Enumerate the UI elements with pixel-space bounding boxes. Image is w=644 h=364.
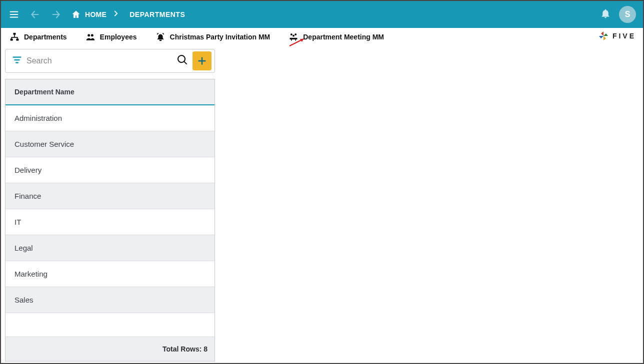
list-row[interactable]: Customer Service [6, 131, 214, 157]
home-icon [71, 9, 81, 19]
user-avatar[interactable]: S [619, 6, 636, 23]
list-row-label: Customer Service [14, 140, 74, 148]
breadcrumb-current: DEPARTMENTS [130, 10, 185, 18]
list-row[interactable]: IT [6, 209, 214, 235]
pinwheel-icon [598, 30, 610, 42]
brand-label: FIVE [612, 32, 636, 40]
list-row-label: Marketing [14, 270, 48, 278]
list-row[interactable]: Sales [6, 287, 214, 313]
list-header-label: Department Name [14, 88, 74, 96]
svg-point-8 [88, 34, 90, 36]
svg-rect-7 [16, 38, 18, 40]
list-row-label: Sales [14, 296, 34, 304]
svg-point-10 [290, 33, 292, 35]
list-row-label: Finance [14, 192, 41, 200]
list-rows: Administration Customer Service Delivery… [6, 105, 214, 313]
svg-point-12 [292, 34, 294, 36]
tab-employees[interactable]: Employees [83, 29, 139, 45]
search-input[interactable] [26, 56, 172, 65]
chevron-right-icon [112, 9, 120, 20]
list-footer: Total Rows: 8 [6, 337, 214, 361]
list-row[interactable]: Delivery [6, 157, 214, 183]
hamburger-menu-button[interactable] [5, 5, 23, 23]
list-panel: Department Name Administration Customer … [5, 49, 215, 362]
sitemap-icon [9, 32, 20, 42]
list-row-label: IT [14, 218, 21, 226]
svg-rect-14 [291, 39, 292, 41]
brand-logo: FIVE [598, 30, 636, 42]
tab-label: Department Meeting MM [303, 33, 384, 41]
plus-icon [196, 55, 208, 66]
list-row[interactable]: Legal [6, 235, 214, 261]
list-header[interactable]: Department Name [6, 79, 214, 105]
list-row[interactable]: Marketing [6, 261, 214, 287]
bell-ring-icon [155, 32, 166, 42]
add-button[interactable] [192, 51, 212, 70]
svg-point-11 [294, 33, 296, 35]
list-row[interactable]: Administration [6, 105, 214, 131]
svg-point-9 [90, 34, 93, 36]
breadcrumb-home[interactable]: HOME [71, 9, 106, 19]
breadcrumb: HOME DEPARTMENTS [71, 9, 185, 20]
nav-forward-button[interactable] [47, 5, 65, 23]
svg-rect-13 [290, 37, 298, 39]
department-list: Department Name Administration Customer … [5, 79, 215, 362]
list-row-label: Delivery [14, 166, 42, 174]
bell-icon [600, 8, 611, 19]
svg-rect-15 [296, 39, 296, 41]
breadcrumb-home-label: HOME [85, 10, 106, 18]
notifications-button[interactable] [600, 8, 611, 21]
tab-label: Departments [24, 33, 67, 41]
tab-label: Christmas Party Invitation MM [170, 33, 270, 41]
svg-rect-6 [10, 38, 13, 40]
search-bar [5, 49, 215, 73]
tab-christmas-party[interactable]: Christmas Party Invitation MM [153, 29, 272, 45]
people-icon [85, 32, 96, 42]
tabstrip: Departments Employees Christmas Party In… [1, 28, 643, 46]
tab-department-meeting[interactable]: Department Meeting MM [286, 29, 386, 45]
list-row[interactable]: Finance [6, 183, 214, 209]
user-avatar-initial: S [625, 10, 630, 19]
tab-departments[interactable]: Departments [7, 29, 69, 45]
topbar: HOME DEPARTMENTS S [1, 1, 643, 28]
meeting-icon [288, 32, 299, 42]
list-empty-row [6, 313, 214, 337]
search-button[interactable] [176, 54, 188, 68]
list-row-label: Administration [14, 114, 62, 122]
nav-back-button[interactable] [26, 5, 44, 23]
svg-rect-5 [14, 32, 16, 34]
list-row-label: Legal [14, 244, 33, 252]
list-footer-label: Total Rows: 8 [162, 345, 208, 353]
filter-icon[interactable] [12, 54, 22, 67]
tab-label: Employees [100, 33, 137, 41]
